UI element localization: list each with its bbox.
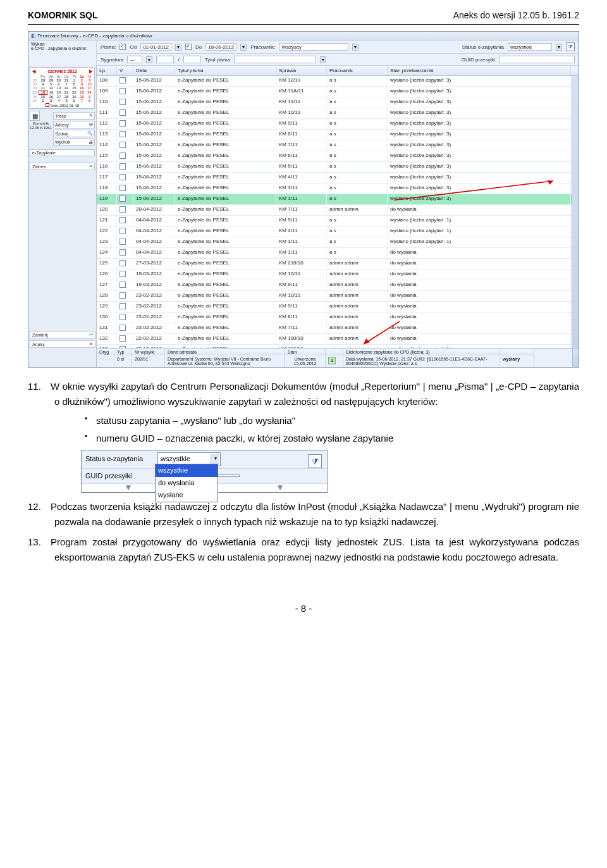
status-dropdown[interactable]: wszystkie do wysłania wysłane [155,464,218,502]
row-checkbox[interactable] [120,185,126,191]
checkbox-do[interactable] [185,44,192,50]
table-row[interactable]: 11215-06-2012e-Zapytanie do PESELKM 9/11… [97,119,579,130]
table-row[interactable]: 13123-02-2012e-Zapytanie do PESELKM 7/11… [97,323,579,334]
row-checkbox[interactable] [120,142,126,148]
column-header[interactable]: Sprawa [276,66,327,75]
date-from[interactable]: 01-01-2012 [140,43,171,51]
row-checkbox[interactable] [120,206,126,213]
table-row[interactable]: 11415-06-2012e-Zapytanie do PESELKM 7/11… [97,140,579,151]
table-row[interactable]: 12527-03-2012e-Zapytanie do PESELKM 218/… [97,259,579,270]
row-checkbox[interactable] [120,174,126,180]
table-row[interactable]: 11015-06-2012e-Zapytanie do PESELKM 11/1… [97,97,579,108]
column-header[interactable]: V [117,66,133,75]
column-header[interactable]: Lp. [97,66,117,75]
dropdown-option[interactable]: wysłane [156,489,218,502]
row-checkbox[interactable] [120,131,126,137]
table-row[interactable]: 12823-02-2012e-Zapytanie do PESELKM 10/1… [97,291,579,302]
guid-input[interactable] [499,56,575,63]
row-checkbox[interactable] [120,249,126,256]
table-row[interactable]: 13023-02-2012e-Zapytanie do PESELKM 8/11… [97,313,579,323]
table-row[interactable]: 12204-04-2012e-Zapytanie do PESELKM 4/11… [97,226,579,237]
dropdown-icon[interactable]: ▾ [211,454,219,465]
table-row[interactable]: 10815-06-2012e-Zapytanie do PESELKM 12/1… [97,76,579,87]
row-checkbox[interactable] [120,325,126,331]
table-row[interactable]: 12104-04-2012e-Zapytanie do PESELKM 5/11… [97,216,579,226]
table-row[interactable]: 12619-03-2012e-Zapytanie do PESELKM 10/1… [97,270,579,280]
row-checkbox[interactable] [120,217,126,223]
sidebar-szukaj-button[interactable]: Szukaj🔍 [53,130,95,137]
row-checkbox[interactable] [120,292,126,299]
row-checkbox[interactable] [120,335,126,342]
calendar-grid[interactable]: PnWtŚrCzPtSoN222829303112323456789102411… [31,75,94,102]
table-row[interactable]: 12304-04-2012e-Zapytanie do PESELKM 3/11… [97,237,579,248]
table-row[interactable]: 11315-06-2012e-Zapytanie do PESELKM 8/11… [97,130,579,140]
row-checkbox[interactable] [120,163,126,170]
date-to[interactable]: 18-06-2012 [205,43,236,51]
zakres-button[interactable]: Zakres⇥ [30,163,95,170]
row-checkbox[interactable] [120,109,126,116]
table-row[interactable]: 11715-06-2012e-Zapytanie do PESELKM 4/11… [97,173,579,183]
dropdown-icon[interactable]: ▾ [352,44,359,51]
status-select[interactable]: wszystkie [508,43,552,51]
scrollbar[interactable] [572,349,579,367]
table-row[interactable]: 12719-03-2012e-Zapytanie do PESELKM 9/11… [97,280,579,291]
table-row[interactable]: 13222-02-2012e-Zapytanie do PESELKM 180/… [97,334,579,345]
sidebar-wydruk-button[interactable]: Wydruk🖨 [53,139,95,146]
filter-icon[interactable]: ⧩ [566,42,575,51]
cal-prev-icon[interactable]: ◀ [32,69,35,74]
row-checkbox[interactable] [120,271,126,277]
filter-icon[interactable]: ⧩ [308,454,322,468]
sidebar-adresy-button[interactable]: Adresy✉ [53,121,95,128]
cal-next-icon[interactable]: ▶ [89,69,92,74]
horizontal-rule [28,24,579,25]
row-checkbox[interactable] [120,346,126,348]
sygnatura-type[interactable]: — [127,56,142,63]
table-row[interactable]: 11115-06-2012e-Zapytanie do PESELKM 10/1… [97,108,579,119]
row-checkbox[interactable] [120,239,126,245]
table-row[interactable]: 11515-06-2012e-Zapytanie do PESELKM 6/11… [97,151,579,162]
anuluj-button[interactable]: Anuluj✕ [30,340,95,348]
table-row[interactable]: 12020-04-2012e-Zapytanie do PESELKM 7/11… [97,205,579,216]
row-checkbox[interactable] [120,120,126,127]
column-header[interactable]: Pracownik [327,66,388,75]
table-row[interactable]: 13322-02-2012e-Zapytanie do PESELKM 180/… [97,345,579,348]
row-checkbox[interactable] [120,88,126,94]
paragraph-12: 12.Podczas tworzenia książki nadawczej z… [28,499,579,530]
dropdown-icon[interactable]: ▾ [146,56,152,63]
sygnatura-num1[interactable] [156,56,174,63]
table-row[interactable]: 12404-04-2012e-Zapytanie do PESELKM 1/11… [97,248,579,259]
row-checkbox[interactable] [120,314,126,320]
row-checkbox[interactable] [120,228,126,234]
row-checkbox[interactable] [120,260,126,266]
table-row[interactable]: 11615-06-2012e-Zapytanie do PESELKM 5/11… [97,162,579,173]
row-checkbox[interactable] [120,77,126,84]
column-header[interactable]: Data [133,66,175,75]
dropdown-icon[interactable]: ▾ [175,44,181,51]
dropdown-option[interactable]: wszystkie [156,464,218,477]
document-header: KOMORNIK SQL Aneks do wersji 12.05 b. 19… [28,0,579,23]
dropdown-icon[interactable]: ▾ [556,44,562,51]
row-checkbox[interactable] [120,195,126,202]
ezapytanie-button[interactable]: e-Zapytanie [30,149,95,156]
row-checkbox[interactable] [120,152,126,159]
column-header[interactable]: Tytuł pisma [175,66,276,75]
row-checkbox[interactable] [120,99,126,105]
mini-calendar[interactable]: ◀czerwiec 2012▶ PnWtŚrCzPtSoN22282930311… [30,67,95,109]
row-checkbox[interactable] [120,282,126,288]
tytul-select[interactable] [234,56,316,63]
dropdown-option[interactable]: do wysłania [156,477,218,490]
pracownik-select[interactable]: Wszyscy [279,43,348,51]
sygnatura-num2[interactable] [183,56,201,63]
dropdown-icon[interactable]: ▾ [240,44,247,51]
zamknij-button[interactable]: Zamknij⏎ [30,331,95,338]
grid-header[interactable]: Lp.VDataTytuł pismaSprawaPracownikStan p… [97,66,579,76]
dropdown-icon[interactable]: ▾ [320,56,326,63]
sidebar-treść-button[interactable]: Treść✎ [53,112,95,120]
row-checkbox[interactable] [120,303,126,309]
table-row[interactable]: 11915-06-2012e-Zapytanie do PESELKM 1/11… [97,194,579,205]
table-row[interactable]: 10915-06-2012e-Zapytanie do PESELKM 11A/… [97,87,579,97]
table-row[interactable]: 11815-06-2012e-Zapytanie do PESELKM 3/11… [97,183,579,194]
table-row[interactable]: 12923-02-2012e-Zapytanie do PESELKM 9/11… [97,302,579,313]
checkbox-od[interactable] [120,44,126,50]
column-header[interactable]: Stan przetwarzania [388,66,571,75]
